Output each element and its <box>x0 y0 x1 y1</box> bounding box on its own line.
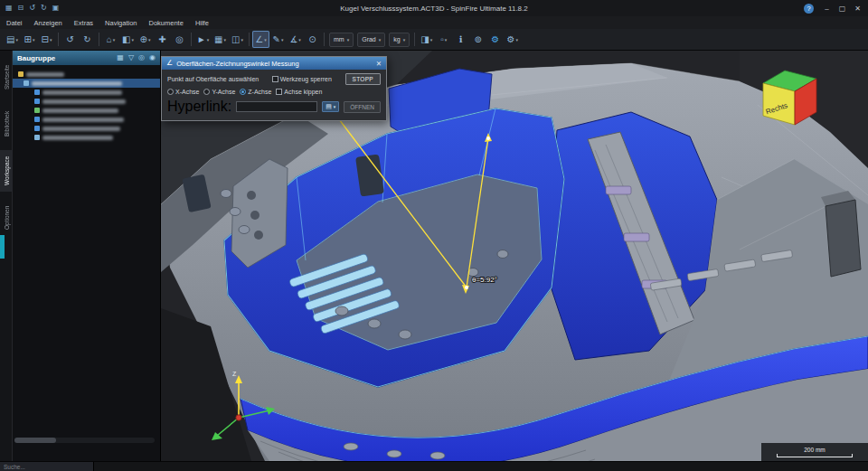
help-button[interactable]: ? <box>804 4 814 14</box>
search-input[interactable] <box>0 462 94 471</box>
measure-angle-tool-button[interactable]: ∠▾ <box>252 31 269 48</box>
hyperlink-input[interactable] <box>236 101 317 112</box>
display-mode-button[interactable]: ▦▾ <box>212 31 229 48</box>
compare-tool-button[interactable]: ◨▾ <box>418 31 435 48</box>
home-view-icon: ⌂ <box>107 35 112 44</box>
minimize-button[interactable]: – <box>820 2 834 14</box>
markup-tool-button[interactable]: ✎▾ <box>269 31 287 48</box>
window-controls: ? – ▢ ✕ <box>804 2 868 14</box>
menu-item-navigation[interactable]: Navigation <box>105 19 137 27</box>
orientation-cube[interactable]: Rechts <box>763 71 816 125</box>
preferences-button[interactable]: ⚙▾ <box>504 31 521 48</box>
tree-item[interactable] <box>13 70 160 79</box>
fit-all-button[interactable]: ⊕▾ <box>137 31 154 48</box>
scrollbar-thumb[interactable] <box>14 438 56 443</box>
dialog-body: Punkt auf Oberfläche auswählen Werkzeug … <box>162 70 386 120</box>
zoom-region-button[interactable]: ⊚ <box>469 31 486 48</box>
z-axis-radio[interactable]: Z-Achse <box>240 89 271 95</box>
snap-tool-button[interactable]: ⊙ <box>304 31 321 48</box>
menu-item-anzeigen[interactable]: Anzeigen <box>34 19 62 27</box>
filter-icon[interactable]: ▽ <box>128 54 134 61</box>
redo-icon[interactable]: ↻ <box>41 5 47 12</box>
assembly-icon <box>18 71 24 77</box>
toolbar-separator <box>58 33 59 46</box>
side-tab-strip: Startseite Bibliothek Workspace Optionen <box>0 51 13 461</box>
sidebar-tab-startseite[interactable]: Startseite <box>0 56 13 98</box>
redacted-label <box>32 81 122 86</box>
open-document-button[interactable]: ▤▾ <box>4 31 21 48</box>
pan-icon: ✚ <box>158 35 165 44</box>
toolbar-separator <box>324 33 325 46</box>
x-axis-radio[interactable]: X-Achse <box>167 89 199 95</box>
save-workspace-button[interactable]: ⊟▾ <box>38 31 55 48</box>
select-tool-button[interactable]: ►▾ <box>194 31 212 48</box>
browse-button[interactable]: ▤ ▾ <box>322 101 339 112</box>
unit-length-dropdown[interactable]: mm▾ <box>329 33 354 47</box>
section-tool-button[interactable]: ◫▾ <box>229 31 246 48</box>
redacted-label <box>26 72 64 77</box>
settings-button[interactable]: ⚙ <box>486 31 504 48</box>
tree-item-selected[interactable] <box>13 79 160 88</box>
save-icon[interactable]: ⊟ <box>18 5 24 12</box>
menu-item-hilfe[interactable]: Hilfe <box>195 19 209 27</box>
y-axis-radio[interactable]: Y-Achse <box>203 89 235 95</box>
structure-view-icon[interactable]: ▦ <box>117 54 124 61</box>
rotate-icon: ◎ <box>175 35 184 44</box>
maximize-button[interactable]: ▢ <box>835 2 849 14</box>
radio-selected-icon <box>240 89 246 95</box>
dialog-close-icon[interactable]: ✕ <box>376 60 382 68</box>
rotate-tool-button[interactable]: ◎ <box>171 31 188 48</box>
chevron-down-icon: ▾ <box>445 37 448 42</box>
dimension-tool-button[interactable]: ∡▾ <box>287 31 304 48</box>
tree-item[interactable] <box>13 88 160 97</box>
undo-icon[interactable]: ↺ <box>29 5 35 12</box>
toolbar-separator <box>249 33 250 46</box>
redacted-label <box>42 90 122 95</box>
menu-item-datei[interactable]: Datei <box>6 19 23 27</box>
redacted-label <box>42 118 124 122</box>
active-tab-indicator <box>0 235 5 259</box>
app-icon[interactable]: ▦ <box>5 5 13 12</box>
chevron-down-icon: ▾ <box>298 37 301 42</box>
horizontal-scrollbar[interactable] <box>14 438 155 443</box>
undo-button[interactable]: ↺ <box>61 31 79 48</box>
stop-button[interactable]: STOPP <box>345 73 381 85</box>
chevron-down-icon: ▾ <box>430 37 433 42</box>
visibility-icon[interactable]: ◉ <box>149 54 156 61</box>
part-icon <box>34 126 40 131</box>
open-document-icon: ▤ <box>6 35 14 44</box>
pin-icon[interactable]: ◎ <box>138 54 145 61</box>
select-cursor-icon: ► <box>197 35 206 44</box>
y-axis-label: Y-Achse <box>212 89 235 95</box>
sidebar-tab-optionen[interactable]: Optionen <box>0 197 13 239</box>
open-hyperlink-button[interactable]: ÖFFNEN <box>344 101 381 113</box>
tree-item[interactable] <box>13 106 160 115</box>
chevron-down-icon: ▾ <box>241 37 243 42</box>
unit-angle-dropdown[interactable]: Grad▾ <box>357 33 385 47</box>
unit-length-value: mm <box>334 36 344 42</box>
workspace-icon[interactable]: ▣ <box>52 5 60 12</box>
sidebar-tab-bibliothek[interactable]: Bibliothek <box>0 103 13 145</box>
sidebar-tab-workspace[interactable]: Workspace <box>0 150 13 192</box>
redo-button[interactable]: ↻ <box>79 31 96 48</box>
import-model-button[interactable]: ⊞▾ <box>21 31 38 48</box>
home-view-button[interactable]: ⌂▾ <box>102 31 119 48</box>
chevron-down-icon: ▾ <box>334 104 336 109</box>
dialog-titlebar[interactable]: ∠ Oberflächen-Zeichnungswinkel Messung ✕ <box>162 57 386 70</box>
notes-tool-button[interactable]: ▫▾ <box>435 31 452 48</box>
tree-item[interactable] <box>13 97 160 106</box>
tree-item[interactable] <box>13 115 160 124</box>
pan-tool-button[interactable]: ✚ <box>154 31 171 48</box>
lock-tool-checkbox[interactable]: Werkzeug sperren <box>272 76 332 82</box>
tree-item[interactable] <box>13 133 160 142</box>
close-button[interactable]: ✕ <box>851 2 864 14</box>
flip-axis-checkbox[interactable]: Achse kippen <box>276 89 322 95</box>
titlebar: ▦ ⊟ ↺ ↻ ▣ Kugel Verschlusssystem.ACT3D -… <box>0 0 868 16</box>
standard-views-button[interactable]: ◧▾ <box>119 31 137 48</box>
section-icon: ◫ <box>231 35 240 44</box>
unit-mass-dropdown[interactable]: kg▾ <box>389 33 410 47</box>
menu-item-dokumente[interactable]: Dokumente <box>149 19 184 27</box>
menu-item-extras[interactable]: Extras <box>74 19 93 27</box>
info-button[interactable]: ℹ <box>452 31 469 48</box>
tree-item[interactable] <box>13 124 160 133</box>
